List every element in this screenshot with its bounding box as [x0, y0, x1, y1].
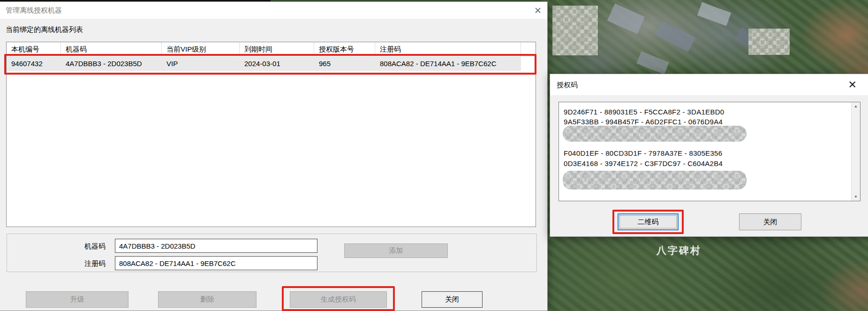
cell-expiry: 2024-03-01: [240, 57, 314, 71]
col-header-vip-level[interactable]: 当前VIP级别: [162, 42, 240, 56]
register-code-input[interactable]: [115, 256, 317, 270]
close-icon[interactable]: ✕: [848, 80, 857, 90]
auth-code-dialog: 授权码 ✕ 9D246F71 - 889031E5 - F5CCA8F2 - 3…: [550, 74, 868, 237]
col-header-register-code[interactable]: 注册码: [375, 42, 521, 56]
generate-authcode-button[interactable]: 生成授权码: [290, 291, 387, 308]
delete-button[interactable]: 删除: [158, 291, 257, 308]
screenshot-root: 八字碑村 管理离线授权机器 ✕ 当前绑定的离线机器列表 本机编号 机器码 当前V…: [0, 0, 868, 311]
table-row[interactable]: 94607432 4A7DBBB3 - 2D023B5D VIP 2024-03…: [7, 57, 536, 71]
col-header-expiry[interactable]: 到期时间: [240, 42, 314, 56]
cell-filler: [521, 57, 536, 71]
auth-code-line: F040D1EF - 80CD3D1F - 7978A37E - 8305E35…: [564, 148, 722, 159]
map-building: [697, 2, 731, 26]
close-icon[interactable]: ✕: [534, 6, 542, 15]
add-button[interactable]: 添加: [344, 243, 448, 258]
dialog-titlebar[interactable]: 管理离线授权机器 ✕: [0, 2, 547, 19]
scrollbar[interactable]: ▲ ▼: [851, 102, 860, 201]
dialog-titlebar[interactable]: 授权码 ✕: [550, 74, 868, 95]
register-code-label: 注册码: [35, 259, 106, 268]
col-header-auth-version[interactable]: 授权版本号: [314, 42, 375, 56]
cell-register-code: 808ACA82 - DE714AA1 - 9EB7C62C: [375, 57, 521, 71]
machines-table: 本机编号 机器码 当前VIP级别 到期时间 授权版本号 注册码 94607432…: [6, 42, 536, 227]
cell-vip-level: VIP: [162, 57, 240, 71]
map-censor-block: [748, 29, 790, 55]
col-header-machine-code[interactable]: 机器码: [61, 42, 162, 56]
machine-code-label: 机器码: [35, 242, 106, 251]
col-header-filler: [521, 42, 536, 56]
add-machine-groupbox: 机器码 注册码 添加: [7, 234, 537, 272]
scroll-up-icon[interactable]: ▲: [852, 102, 860, 110]
map-building: [636, 51, 669, 75]
auth-code-censor-block: [563, 126, 747, 142]
cell-auth-version: 965: [314, 57, 375, 71]
bound-machines-list-label: 当前绑定的离线机器列表: [6, 25, 83, 34]
cell-machine-id: 94607432: [7, 57, 61, 71]
table-header-row: 本机编号 机器码 当前VIP级别 到期时间 授权版本号 注册码: [7, 42, 536, 57]
close-button[interactable]: 关闭: [422, 291, 483, 308]
dialog-title: 授权码: [557, 80, 578, 89]
scroll-down-icon[interactable]: ▼: [852, 193, 860, 201]
auth-code-censor-block: [563, 171, 747, 190]
map-village-label: 八字碑村: [657, 244, 702, 257]
auth-code-line: 9D246F71 - 889031E5 - F5CCA8F2 - 3DA1EBD…: [564, 107, 724, 117]
map-building: [607, 3, 645, 34]
auth-code-line: 0D3E4168 - 3974E172 - C3F7DC97 - C604A2B…: [564, 159, 723, 169]
upgrade-button[interactable]: 升级: [26, 291, 128, 308]
close-button[interactable]: 关闭: [739, 213, 801, 230]
dialog-title: 管理离线授权机器: [6, 6, 62, 15]
map-censor-block: [552, 6, 598, 55]
machine-code-input[interactable]: [115, 239, 317, 253]
col-header-machine-id[interactable]: 本机编号: [7, 42, 61, 56]
cell-machine-code: 4A7DBBB3 - 2D023B5D: [61, 57, 162, 71]
qr-code-button[interactable]: 二维码: [618, 213, 679, 230]
map-building: [655, 20, 696, 52]
manage-offline-machines-dialog: 管理离线授权机器 ✕ 当前绑定的离线机器列表 本机编号 机器码 当前VIP级别 …: [0, 1, 548, 311]
auth-codes-listbox[interactable]: 9D246F71 - 889031E5 - F5CCA8F2 - 3DA1EBD…: [559, 102, 860, 201]
